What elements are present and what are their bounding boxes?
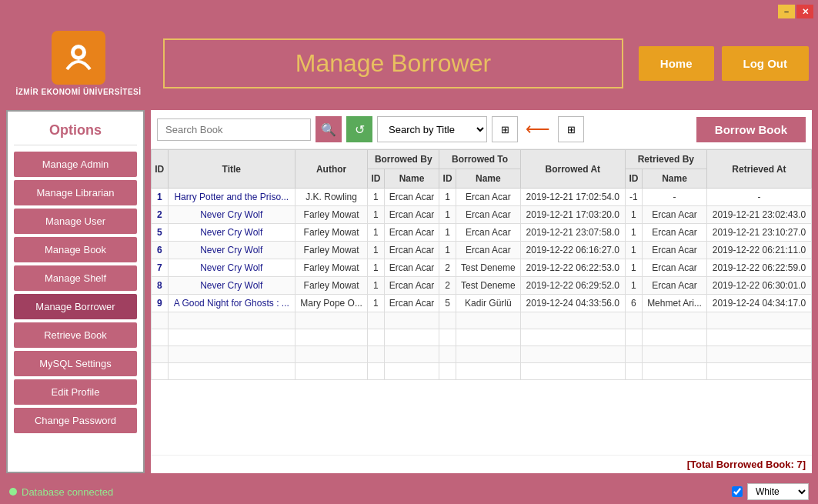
cell-borrow-by-id: 1 — [368, 189, 385, 206]
col-header-borrowed-to: Borrowed To — [439, 150, 520, 169]
app-title-box: Manage Borrower — [163, 38, 623, 88]
table-row[interactable]: 6 Never Cry Wolf Farley Mowat 1 Ercan Ac… — [152, 242, 812, 259]
cell-empty — [520, 363, 625, 380]
cell-title: Never Cry Wolf — [168, 206, 295, 224]
cell-borrow-by-name: Ercan Acar — [384, 295, 439, 312]
cell-empty — [643, 329, 707, 346]
grid-view-button[interactable]: ⊞ — [492, 116, 518, 142]
table-row[interactable]: 2 Never Cry Wolf Farley Mowat 1 Ercan Ac… — [152, 206, 812, 224]
cell-borrow-to-id: 5 — [439, 295, 456, 312]
cell-retrieve-by-id: 1 — [625, 259, 642, 277]
cell-borrow-by-id: 1 — [368, 259, 385, 277]
borrow-book-button[interactable]: Borrow Book — [696, 117, 806, 142]
total-label: [Total Borrowed Book: 7] — [151, 455, 812, 473]
cell-title: A Good Night for Ghosts : ... — [168, 295, 295, 312]
col-sub-retrieve-by-name: Name — [643, 169, 707, 189]
cell-id: 8 — [152, 277, 169, 295]
sidebar-item-manage-admin[interactable]: Manage Admin — [14, 152, 137, 177]
cell-empty — [625, 329, 642, 346]
cell-empty — [439, 312, 456, 329]
theme-select-area: White Dark Blue — [732, 483, 809, 500]
sidebar-item-manage-user[interactable]: Manage User — [14, 209, 137, 234]
cell-id: 6 — [152, 242, 169, 259]
cell-retrieve-by-id: -1 — [625, 189, 642, 206]
refresh-button[interactable]: ↺ — [346, 116, 372, 142]
cell-retrieve-by-name: Ercan Acar — [643, 206, 707, 224]
cell-empty — [152, 363, 169, 380]
cell-borrow-to-id: 2 — [439, 259, 456, 277]
cell-retrieve-by-id: 1 — [625, 242, 642, 259]
cell-retrieve-by-name: Ercan Acar — [643, 259, 707, 277]
minimize-button[interactable]: – — [778, 5, 795, 18]
cell-empty — [295, 346, 367, 363]
theme-checkbox[interactable] — [732, 486, 743, 497]
cell-empty — [168, 312, 295, 329]
db-status-text: Database connected — [22, 486, 113, 498]
cell-retrieve-by-name: - — [643, 189, 707, 206]
db-status: Database connected — [9, 486, 113, 498]
table-row[interactable]: 8 Never Cry Wolf Farley Mowat 1 Ercan Ac… — [152, 277, 812, 295]
cell-author: J.K. Rowling — [295, 189, 367, 206]
app-title: Manage Borrower — [195, 49, 591, 78]
list-view-button[interactable]: ⊞ — [558, 116, 584, 142]
home-button[interactable]: Home — [639, 46, 714, 81]
cell-borrowed-at: 2019-12-21 17:02:54.0 — [520, 189, 625, 206]
cell-empty — [384, 329, 439, 346]
cell-borrow-by-id: 1 — [368, 277, 385, 295]
cell-borrow-by-id: 1 — [368, 295, 385, 312]
sidebar-item-edit-profile[interactable]: Edit Profile — [14, 379, 137, 405]
logout-button[interactable]: Log Out — [722, 46, 809, 81]
cell-empty — [456, 363, 520, 380]
cell-retrieved-at: 2019-12-22 06:21:11.0 — [706, 242, 811, 259]
search-input[interactable] — [157, 118, 311, 141]
cell-retrieve-by-id: 1 — [625, 277, 642, 295]
footer: Database connected White Dark Blue — [0, 479, 818, 504]
sidebar-item-manage-librarian[interactable]: Manage Librarian — [14, 180, 137, 205]
cell-empty — [625, 346, 642, 363]
cell-borrow-to-name: Ercan Acar — [456, 242, 520, 259]
close-button[interactable]: ✕ — [796, 5, 813, 18]
table-row[interactable]: 5 Never Cry Wolf Farley Mowat 1 Ercan Ac… — [152, 224, 812, 242]
sidebar-item-mysql-settings[interactable]: MySQL Settings — [14, 351, 137, 376]
cell-empty — [384, 346, 439, 363]
cell-borrowed-at: 2019-12-22 06:16:27.0 — [520, 242, 625, 259]
cell-author: Farley Mowat — [295, 242, 367, 259]
col-header-author: Author — [295, 150, 367, 189]
search-by-select[interactable]: Search by Title Search by Author Search … — [377, 116, 487, 142]
cell-empty — [368, 312, 385, 329]
cell-empty — [368, 329, 385, 346]
cell-retrieved-at: 2019-12-24 04:34:17.0 — [706, 295, 811, 312]
col-sub-borrow-to-id: ID — [439, 169, 456, 189]
cell-empty — [368, 346, 385, 363]
cell-id: 7 — [152, 259, 169, 277]
sidebar-item-manage-borrower[interactable]: Manage Borrower — [14, 294, 137, 319]
cell-title: Harry Potter and the Priso... — [168, 189, 295, 206]
sidebar-item-manage-shelf[interactable]: Manage Shelf — [14, 265, 137, 291]
sidebar-item-manage-book[interactable]: Manage Book — [14, 237, 137, 262]
table-row[interactable]: 9 A Good Night for Ghosts : ... Mary Pop… — [152, 295, 812, 312]
cell-retrieved-at: 2019-12-22 06:30:01.0 — [706, 277, 811, 295]
cell-borrow-by-id: 1 — [368, 224, 385, 242]
cell-empty — [456, 346, 520, 363]
search-button[interactable]: 🔍 — [316, 116, 342, 142]
table-row[interactable]: 1 Harry Potter and the Priso... J.K. Row… — [152, 189, 812, 206]
cell-borrow-to-id: 1 — [439, 242, 456, 259]
sidebar-item-change-password[interactable]: Change Password — [14, 408, 137, 433]
cell-borrow-by-name: Ercan Acar — [384, 189, 439, 206]
cell-empty — [152, 346, 169, 363]
cell-empty — [456, 312, 520, 329]
table-container: ID Title Author Borrowed By Borrowed To … — [151, 149, 812, 455]
table-row[interactable]: 7 Never Cry Wolf Farley Mowat 1 Ercan Ac… — [152, 259, 812, 277]
table-row-empty — [152, 329, 812, 346]
cell-retrieve-by-id: 6 — [625, 295, 642, 312]
table-row-empty — [152, 363, 812, 380]
theme-select[interactable]: White Dark Blue — [747, 483, 809, 500]
cell-borrow-to-name: Kadir Gürlü — [456, 295, 520, 312]
sidebar-item-retrieve-book[interactable]: Retrieve Book — [14, 322, 137, 348]
col-sub-borrow-to-name: Name — [456, 169, 520, 189]
cell-id: 9 — [152, 295, 169, 312]
cell-borrow-to-name: Ercan Acar — [456, 189, 520, 206]
cell-empty — [706, 346, 811, 363]
cell-empty — [643, 346, 707, 363]
main-layout: Options Manage Admin Manage Librarian Ma… — [0, 104, 818, 479]
